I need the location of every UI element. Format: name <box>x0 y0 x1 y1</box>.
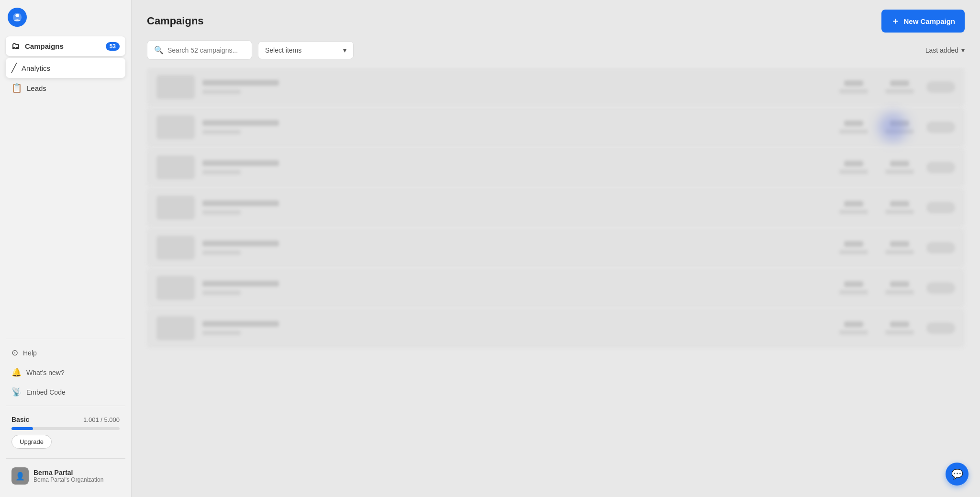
stat-value <box>844 201 863 207</box>
campaign-name-skeleton <box>202 160 279 166</box>
campaign-stat-1 <box>835 121 873 134</box>
app-logo[interactable] <box>8 8 27 27</box>
plan-section: Basic 1.001 / 5.000 Upgrade <box>6 410 125 454</box>
plus-icon: ＋ <box>891 15 900 27</box>
campaign-info <box>202 321 827 335</box>
search-box[interactable]: 🔍 <box>147 40 252 60</box>
table-row[interactable] <box>147 108 965 147</box>
campaign-thumbnail <box>156 196 195 220</box>
svg-point-1 <box>15 14 19 17</box>
select-items-dropdown[interactable]: Select items ▾ <box>258 41 354 59</box>
stat-value <box>890 161 909 166</box>
campaign-stat-2 <box>880 121 919 134</box>
campaign-thumbnail <box>156 316 195 340</box>
stat-value <box>890 241 909 247</box>
campaign-name-skeleton <box>202 321 279 327</box>
campaign-stat-2 <box>880 241 919 254</box>
campaign-status-badge <box>926 242 955 254</box>
campaign-stat-1 <box>835 161 873 174</box>
toolbar: 🔍 Select items ▾ Last added ▾ <box>132 40 980 67</box>
help-label: Help <box>23 349 37 357</box>
stat-value <box>890 121 909 126</box>
toolbar-left: 🔍 Select items ▾ <box>147 40 354 60</box>
bell-icon: 🔔 <box>11 367 22 377</box>
folder-icon: 🗂 <box>11 41 20 51</box>
table-row[interactable] <box>147 148 965 187</box>
stat-value <box>890 281 909 287</box>
table-row[interactable] <box>147 188 965 227</box>
embed-icon: 📡 <box>11 387 22 397</box>
campaign-stat-2 <box>880 161 919 174</box>
campaign-name-skeleton <box>202 120 279 126</box>
stat-label <box>839 330 868 335</box>
table-row[interactable] <box>147 309 965 348</box>
main-content: Campaigns ＋ New Campaign 🔍 Select items … <box>132 0 980 497</box>
sidebar-item-help[interactable]: ⊙ Help <box>6 343 125 363</box>
search-input[interactable] <box>167 46 245 54</box>
sidebar-item-analytics[interactable]: ╱ Analytics <box>6 58 125 78</box>
user-section[interactable]: 👤 Berna Partal Berna Partal's Organizati… <box>6 463 125 489</box>
stat-label <box>885 290 914 295</box>
campaign-status-badge <box>926 81 955 93</box>
campaign-status-badge <box>926 162 955 173</box>
campaign-thumbnail <box>156 155 195 179</box>
analytics-icon: ╱ <box>11 63 17 73</box>
stat-label <box>885 169 914 174</box>
stat-value <box>844 121 863 126</box>
campaign-status-badge <box>926 282 955 294</box>
campaign-stat-1 <box>835 281 873 295</box>
chat-icon: 💬 <box>951 468 963 480</box>
stat-value <box>844 321 863 327</box>
campaigns-label: Campaigns <box>25 42 64 50</box>
stat-label <box>885 129 914 134</box>
stat-value <box>890 201 909 207</box>
stat-label <box>839 250 868 254</box>
campaign-status-badge <box>926 202 955 213</box>
campaign-stat-2 <box>880 321 919 335</box>
leads-label: Leads <box>27 84 46 92</box>
sidebar-item-campaigns[interactable]: 🗂 Campaigns 53 <box>6 36 125 56</box>
sidebar-item-whats-new[interactable]: 🔔 What's new? <box>6 363 125 382</box>
campaign-list <box>132 67 980 497</box>
campaign-stat-2 <box>880 201 919 214</box>
row-inner <box>156 236 955 260</box>
campaign-meta-skeleton <box>202 130 241 134</box>
stat-value <box>890 80 909 86</box>
campaigns-badge: 53 <box>106 42 120 51</box>
user-org: Berna Partal's Organization <box>33 476 103 483</box>
stat-label <box>885 210 914 214</box>
sidebar-item-embed-code[interactable]: 📡 Embed Code <box>6 382 125 402</box>
campaign-stat-2 <box>880 80 919 94</box>
row-inner <box>156 316 955 340</box>
sort-control[interactable]: Last added ▾ <box>925 46 965 54</box>
stat-label <box>839 290 868 295</box>
campaign-thumbnail <box>156 115 195 139</box>
campaign-stat-1 <box>835 241 873 254</box>
campaign-name-skeleton <box>202 241 279 246</box>
chat-button[interactable]: 💬 <box>946 463 969 486</box>
whats-new-label: What's new? <box>26 369 65 376</box>
campaign-meta-skeleton <box>202 170 241 175</box>
sidebar-item-leads[interactable]: 📋 Leads <box>6 78 125 98</box>
upgrade-button[interactable]: Upgrade <box>11 435 52 449</box>
campaign-meta-skeleton <box>202 290 241 295</box>
table-row[interactable] <box>147 67 965 107</box>
plan-bar-fill <box>11 427 33 430</box>
new-campaign-button[interactable]: ＋ New Campaign <box>881 10 965 33</box>
stat-label <box>839 89 868 94</box>
campaign-meta-skeleton <box>202 250 241 255</box>
stat-label <box>885 330 914 335</box>
page-title: Campaigns <box>147 15 204 27</box>
campaign-info <box>202 200 827 215</box>
help-icon: ⊙ <box>11 348 18 358</box>
campaign-info <box>202 80 827 94</box>
plan-bar-background <box>11 427 120 430</box>
table-row[interactable] <box>147 268 965 308</box>
top-bar: Campaigns ＋ New Campaign <box>132 0 980 40</box>
campaign-name-skeleton <box>202 281 279 287</box>
campaign-meta-skeleton <box>202 210 241 215</box>
row-inner <box>156 155 955 179</box>
stat-label <box>839 210 868 214</box>
table-row[interactable] <box>147 228 965 267</box>
plan-label: Basic <box>11 416 29 423</box>
